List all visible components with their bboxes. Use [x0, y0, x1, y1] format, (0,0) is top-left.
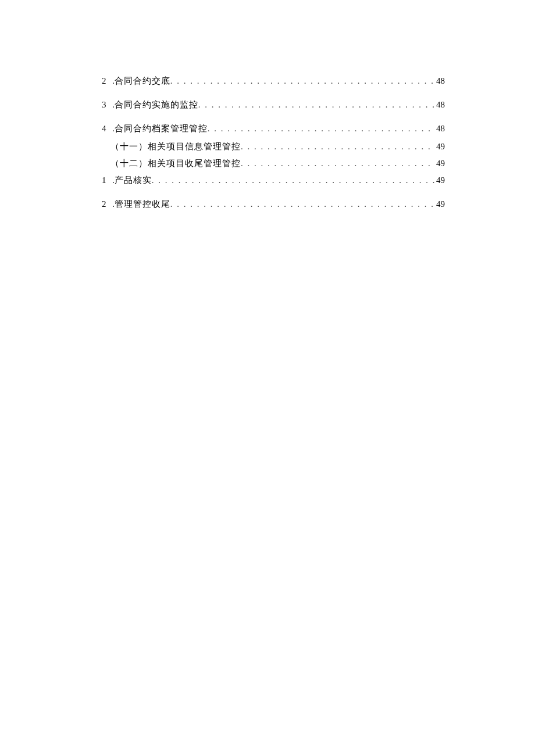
toc-leader-dots — [241, 142, 435, 152]
toc-entry: 3 .合同合约实施的监控48 — [102, 99, 445, 110]
toc-title: （十二）相关项目收尾管理管控 — [110, 158, 241, 169]
toc-leader-dots — [170, 199, 435, 209]
toc-page-number: 48 — [435, 76, 445, 86]
toc-page-number: 49 — [435, 199, 445, 209]
toc-entry: 2 .合同合约交底48 — [102, 76, 445, 87]
toc-page-number: 49 — [435, 159, 445, 169]
toc-entry: 1 .产品核实49 — [102, 175, 445, 186]
toc-number: 3 — [102, 100, 112, 110]
toc-title: 管理管控收尾 — [115, 199, 170, 210]
toc-leader-dots — [241, 159, 435, 169]
table-of-contents: 2 .合同合约交底483 .合同合约实施的监控484 .合同合约档案管理管控48… — [102, 76, 445, 210]
toc-page-number: 48 — [435, 100, 445, 110]
toc-title: 合同合约档案管理管控 — [115, 123, 208, 134]
toc-number: 4 — [102, 124, 112, 134]
toc-leader-dots — [198, 100, 435, 110]
toc-page-number: 48 — [435, 124, 445, 134]
toc-entry: （十二）相关项目收尾管理管控 49 — [102, 158, 445, 169]
toc-leader-dots — [152, 175, 435, 185]
toc-title: 合同合约实施的监控 — [115, 99, 198, 110]
toc-leader-dots — [170, 76, 435, 86]
toc-page-number: 49 — [435, 175, 445, 185]
toc-title: 合同合约交底 — [115, 76, 170, 87]
toc-title: 产品核实 — [115, 175, 152, 186]
toc-entry: （十一）相关项目信息管理管控 49 — [102, 141, 445, 152]
toc-number: 1 — [102, 175, 112, 185]
document-page: 2 .合同合约交底483 .合同合约实施的监控484 .合同合约档案管理管控48… — [0, 0, 535, 756]
toc-entry: 4 .合同合约档案管理管控48 — [102, 123, 445, 134]
toc-number: 2 — [102, 199, 112, 209]
toc-title: （十一）相关项目信息管理管控 — [110, 141, 241, 152]
toc-number: 2 — [102, 76, 112, 86]
toc-page-number: 49 — [435, 142, 445, 152]
toc-leader-dots — [208, 124, 435, 134]
toc-entry: 2 .管理管控收尾49 — [102, 199, 445, 210]
